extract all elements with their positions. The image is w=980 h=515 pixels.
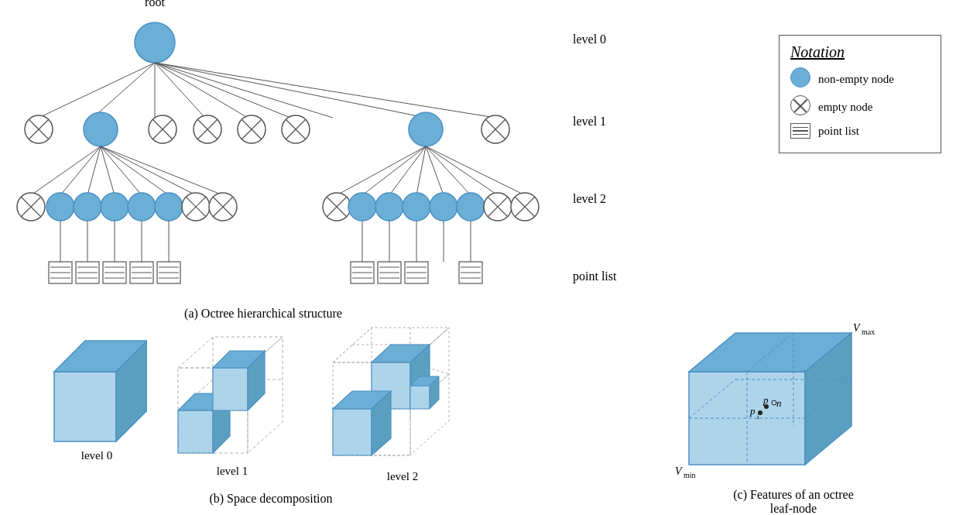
legend-title: Notation bbox=[790, 43, 930, 61]
svg-line-38 bbox=[101, 146, 223, 195]
svg-point-54 bbox=[155, 193, 183, 221]
svg-text:p: p bbox=[762, 394, 769, 406]
svg-line-3 bbox=[93, 63, 155, 118]
svg-point-64 bbox=[348, 193, 376, 221]
svg-line-33 bbox=[87, 146, 101, 195]
tree-diagram: root bbox=[0, 0, 588, 325]
svg-marker-135 bbox=[213, 368, 248, 410]
caption-c: (c) Features of an octreeleaf-node bbox=[673, 488, 913, 515]
svg-point-27 bbox=[409, 112, 443, 146]
legend-label-non-empty: non-empty node bbox=[818, 73, 894, 86]
svg-text:(a) Octree hierarchical struct: (a) Octree hierarchical structure bbox=[184, 307, 342, 321]
svg-line-34 bbox=[101, 146, 115, 195]
legend-item-point-list: point list bbox=[790, 123, 930, 139]
svg-point-53 bbox=[128, 193, 156, 221]
svg-line-36 bbox=[101, 146, 169, 195]
svg-line-45 bbox=[426, 146, 498, 195]
legend-item-empty: empty node bbox=[790, 95, 930, 118]
decomp-cube-2 bbox=[325, 324, 503, 467]
legend-box: Notation non-empty node empty node point… bbox=[779, 35, 941, 153]
legend-label-point-list: point list bbox=[818, 125, 859, 138]
svg-point-66 bbox=[403, 193, 430, 221]
svg-marker-132 bbox=[178, 410, 213, 453]
svg-line-37 bbox=[101, 146, 196, 195]
svg-line-39 bbox=[337, 146, 426, 195]
svg-point-14 bbox=[84, 112, 118, 146]
empty-node-icon bbox=[790, 95, 810, 118]
svg-line-35 bbox=[101, 146, 142, 195]
svg-text:n: n bbox=[776, 397, 782, 409]
svg-text:V: V bbox=[675, 465, 683, 477]
svg-point-51 bbox=[74, 193, 101, 221]
svg-line-5 bbox=[155, 63, 205, 118]
svg-text:root: root bbox=[145, 0, 165, 9]
svg-line-40 bbox=[362, 146, 426, 195]
svg-line-10 bbox=[155, 63, 495, 118]
svg-point-50 bbox=[46, 193, 74, 221]
svg-point-67 bbox=[430, 193, 457, 221]
decomp-level-0: level 0 bbox=[58, 449, 135, 462]
decomp-cube-0 bbox=[46, 333, 147, 449]
non-empty-node-icon bbox=[790, 67, 810, 91]
svg-point-68 bbox=[457, 193, 485, 221]
decomp-level-2: level 2 bbox=[364, 470, 441, 483]
svg-line-7 bbox=[155, 63, 290, 118]
svg-line-6 bbox=[155, 63, 248, 118]
svg-line-9 bbox=[155, 63, 426, 118]
svg-marker-122 bbox=[54, 372, 116, 441]
legend-label-empty: empty node bbox=[818, 101, 872, 114]
svg-point-0 bbox=[135, 22, 175, 63]
svg-line-31 bbox=[31, 146, 101, 195]
svg-line-8 bbox=[155, 63, 333, 118]
caption-b: (b) Space decomposition bbox=[46, 492, 495, 506]
svg-line-2 bbox=[39, 63, 155, 118]
svg-text:min: min bbox=[684, 471, 696, 479]
octree-node-diagram: V max V min p p i n bbox=[673, 321, 921, 484]
decomp-cube-1 bbox=[170, 333, 325, 465]
decomp-level-1: level 1 bbox=[194, 465, 271, 478]
svg-line-41 bbox=[389, 146, 426, 195]
svg-marker-155 bbox=[333, 409, 372, 455]
svg-text:V: V bbox=[853, 322, 861, 334]
svg-marker-158 bbox=[410, 386, 430, 409]
svg-text:p: p bbox=[749, 405, 756, 417]
legend-item-non-empty: non-empty node bbox=[790, 67, 930, 91]
svg-text:max: max bbox=[862, 328, 875, 336]
svg-line-44 bbox=[426, 146, 471, 195]
svg-point-65 bbox=[375, 193, 403, 221]
point-list-icon bbox=[790, 123, 810, 139]
svg-line-42 bbox=[416, 146, 426, 195]
svg-point-52 bbox=[101, 193, 128, 221]
